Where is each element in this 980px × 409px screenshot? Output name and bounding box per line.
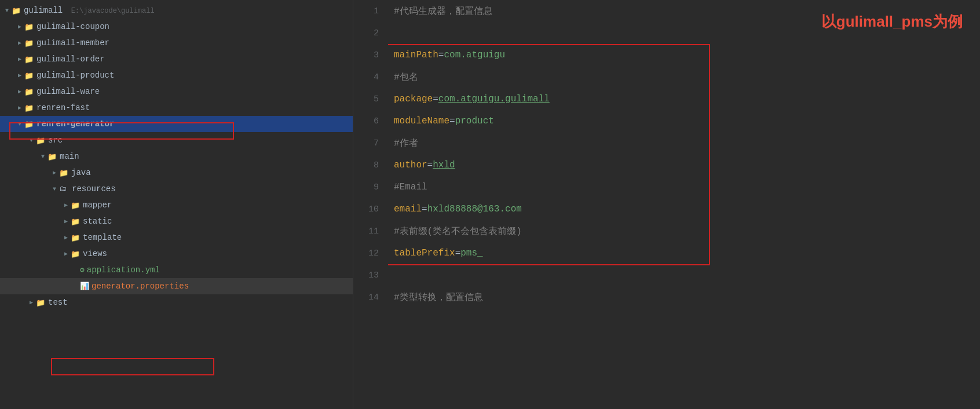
tree-item-gulimall-ware[interactable]: 📁 gulimall-ware xyxy=(0,83,353,100)
line-num-14: 14 xyxy=(353,286,379,308)
line4-content: #包名 xyxy=(394,71,418,83)
code-line-8: author=hxld xyxy=(394,154,980,176)
line5-value: com.atguigu.gulimall xyxy=(438,94,550,104)
line11-content: #表前缀(类名不会包含表前缀) xyxy=(394,225,522,238)
tree-item-test[interactable]: 📁 test xyxy=(0,294,353,311)
arrow-mapper xyxy=(61,202,71,209)
tree-item-mapper[interactable]: 📁 mapper xyxy=(0,197,353,213)
line5-equals: = xyxy=(433,94,438,104)
arrow-product xyxy=(15,72,24,79)
file-icon-generator-properties: 📊 xyxy=(80,282,89,291)
tree-item-java[interactable]: 📁 java xyxy=(0,165,353,181)
editor-content: 1 2 3 4 5 6 7 8 9 10 11 12 13 14 #代码生成器，… xyxy=(353,0,980,409)
folder-icon-renren-generator: 📁 xyxy=(24,120,34,128)
code-line-12: tablePrefix=pms_ xyxy=(394,242,980,264)
line8-value: hxld xyxy=(433,160,455,170)
arrow-views xyxy=(61,250,71,257)
tree-item-views[interactable]: 📁 views xyxy=(0,246,353,262)
label-resources: resources xyxy=(72,184,116,193)
arrow-template xyxy=(61,234,71,241)
line6-key: moduleName xyxy=(394,116,449,126)
line1-content: #代码生成器，配置信息 xyxy=(394,5,492,17)
label-order: gulimall-order xyxy=(36,54,105,64)
label-member: gulimall-member xyxy=(36,38,109,48)
line-num-4: 4 xyxy=(353,66,379,88)
line12-equals: = xyxy=(455,248,461,258)
tree-item-resources[interactable]: 🗂 resources xyxy=(0,181,353,197)
code-area[interactable]: #代码生成器，配置信息 mainPath=com.atguigu #包名 pac… xyxy=(388,0,980,409)
arrow-ware xyxy=(15,88,24,95)
line8-equals: = xyxy=(427,160,433,170)
code-line-9: #Email xyxy=(394,176,980,198)
label-static: static xyxy=(83,217,112,226)
folder-icon-coupon: 📁 xyxy=(24,23,34,31)
line-num-8: 8 xyxy=(353,154,379,176)
line7-content: #作者 xyxy=(394,137,418,149)
line14-content: #类型转换，配置信息 xyxy=(394,291,483,304)
tree-item-gulimall-coupon[interactable]: 📁 gulimall-coupon xyxy=(0,19,353,35)
label-generator-properties: generator.properties xyxy=(92,282,189,291)
line9-content: #Email xyxy=(394,182,427,192)
generator-properties-outline xyxy=(51,358,214,375)
line-num-5: 5 xyxy=(353,88,379,110)
root-folder-icon: 📁 xyxy=(12,6,21,14)
label-test: test xyxy=(48,298,68,307)
label-renren-fast: renren-fast xyxy=(36,103,90,112)
folder-icon-order: 📁 xyxy=(24,55,34,63)
tree-item-src[interactable]: 📁 src xyxy=(0,132,353,148)
arrow-java xyxy=(50,169,59,176)
folder-icon-renren-fast: 📁 xyxy=(24,104,34,112)
line-num-1: 1 xyxy=(353,0,379,22)
file-tree-sidebar[interactable]: 📁 gulimall E:\javacode\gulimall 📁 gulima… xyxy=(0,0,353,409)
arrow-static xyxy=(61,218,71,225)
line-num-13: 13 xyxy=(353,264,379,286)
line-numbers: 1 2 3 4 5 6 7 8 9 10 11 12 13 14 xyxy=(353,0,388,409)
folder-icon-ware: 📁 xyxy=(24,87,34,96)
label-java: java xyxy=(71,168,91,177)
tree-item-main[interactable]: 📁 main xyxy=(0,148,353,165)
tree-item-template[interactable]: 📁 template xyxy=(0,229,353,246)
line-num-7: 7 xyxy=(353,132,379,154)
label-renren-generator: renren-generator xyxy=(36,119,114,129)
line-num-2: 2 xyxy=(353,22,379,44)
line-num-12: 12 xyxy=(353,242,379,264)
tree-item-gulimall-order[interactable]: 📁 gulimall-order xyxy=(0,51,353,67)
line5-key: package xyxy=(394,94,433,104)
line-num-3: 3 xyxy=(353,44,379,66)
tree-item-application-yml[interactable]: ⚙ application.yml xyxy=(0,262,353,278)
folder-icon-views: 📁 xyxy=(71,250,80,258)
tree-item-static[interactable]: 📁 static xyxy=(0,213,353,229)
arrow-coupon xyxy=(15,23,24,30)
code-line-1: #代码生成器，配置信息 xyxy=(394,0,980,22)
code-line-6: moduleName=product xyxy=(394,110,980,132)
tree-item-generator-properties[interactable]: 📊 generator.properties xyxy=(0,278,353,294)
folder-icon-product: 📁 xyxy=(24,71,34,79)
arrow-order xyxy=(15,56,24,63)
line-num-6: 6 xyxy=(353,110,379,132)
code-line-11: #表前缀(类名不会包含表前缀) xyxy=(394,220,980,242)
line10-value: hxld88888@163.com xyxy=(427,204,522,214)
line6-value: product xyxy=(455,116,494,126)
tree-root-gulimall[interactable]: 📁 gulimall E:\javacode\gulimall xyxy=(0,2,353,19)
line3-equals: = xyxy=(438,50,444,60)
code-line-5: package=com.atguigu.gulimall xyxy=(394,88,980,110)
folder-icon-java: 📁 xyxy=(59,169,68,177)
label-application-yml: application.yml xyxy=(87,265,160,275)
line12-value: pms_ xyxy=(460,248,482,258)
tree-item-gulimall-product[interactable]: 📁 gulimall-product xyxy=(0,67,353,83)
code-line-2 xyxy=(394,22,980,44)
code-line-14: #类型转换，配置信息 xyxy=(394,286,980,308)
folder-icon-template: 📁 xyxy=(71,233,80,242)
folder-icon-main: 📁 xyxy=(47,152,57,160)
folder-icon-src: 📁 xyxy=(36,136,45,144)
arrow-test xyxy=(27,299,36,306)
arrow-src xyxy=(27,137,36,144)
tree-item-renren-fast[interactable]: 📁 renren-fast xyxy=(0,100,353,116)
line-num-10: 10 xyxy=(353,198,379,220)
tree-item-gulimall-member[interactable]: 📁 gulimall-member xyxy=(0,35,353,51)
arrow-renren-fast xyxy=(15,104,24,111)
label-mapper: mapper xyxy=(83,200,112,210)
tree-arrow-root xyxy=(2,8,12,14)
tree-item-renren-generator[interactable]: 📁 renren-generator xyxy=(0,116,353,132)
arrow-main xyxy=(38,154,47,160)
